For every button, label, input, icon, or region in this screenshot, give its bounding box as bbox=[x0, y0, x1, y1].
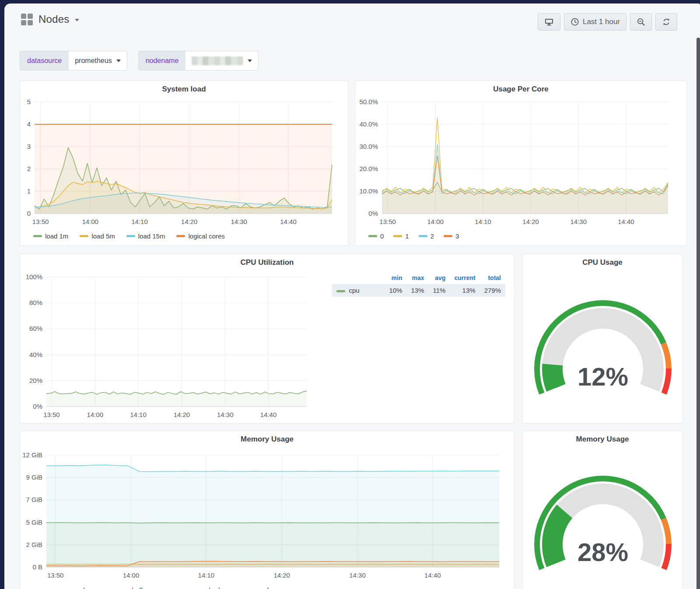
legend-item-memory-cached[interactable]: memory cached bbox=[161, 586, 220, 589]
legend-item-logical-cores[interactable]: logical cores bbox=[176, 232, 224, 240]
svg-text:14:30: 14:30 bbox=[231, 218, 247, 225]
series-swatch bbox=[176, 235, 185, 237]
svg-text:40%: 40% bbox=[29, 351, 42, 358]
gauge-value-text: 12% bbox=[578, 362, 628, 391]
variable-nodename: nodename bbox=[138, 51, 259, 70]
legend-header-min[interactable]: min bbox=[385, 273, 406, 284]
panel-memory-usage-gauge: Memory Usage 28% bbox=[522, 431, 683, 589]
series-swatch bbox=[393, 235, 402, 237]
time-range-label: Last 1 hour bbox=[583, 18, 620, 26]
svg-text:14:40: 14:40 bbox=[280, 218, 297, 225]
svg-text:14:20: 14:20 bbox=[522, 218, 539, 225]
zoom-out-button[interactable] bbox=[630, 13, 652, 31]
svg-text:100%: 100% bbox=[26, 273, 42, 280]
system-load-legend: load 1m load 5m load 15m logical cores bbox=[33, 232, 225, 240]
cpu-avg-value: 11% bbox=[428, 284, 450, 297]
svg-text:7 GiB: 7 GiB bbox=[26, 496, 42, 503]
kiosk-mode-button[interactable] bbox=[538, 13, 560, 31]
legend-item-core-1[interactable]: 1 bbox=[393, 232, 409, 240]
svg-text:9 GiB: 9 GiB bbox=[26, 473, 42, 481]
svg-text:0 B: 0 B bbox=[32, 563, 42, 571]
legend-item-core-2[interactable]: 2 bbox=[419, 232, 434, 240]
cpu-usage-gauge: 12% bbox=[522, 254, 682, 423]
series-swatch bbox=[126, 235, 135, 237]
svg-text:14:30: 14:30 bbox=[349, 571, 366, 579]
svg-text:0%: 0% bbox=[368, 210, 378, 217]
svg-text:3: 3 bbox=[27, 143, 31, 150]
caret-down-icon bbox=[75, 19, 79, 21]
svg-text:2: 2 bbox=[27, 165, 31, 172]
series-swatch bbox=[336, 290, 345, 292]
refresh-button[interactable] bbox=[655, 13, 677, 31]
svg-text:1: 1 bbox=[27, 187, 31, 195]
memory-usage-chart[interactable]: 0 B2 GiB5 GiB7 GiB9 GiB12 GiB13:5014:001… bbox=[20, 431, 514, 584]
legend-header-avg[interactable]: avg bbox=[428, 273, 450, 284]
series-swatch bbox=[444, 235, 452, 237]
variable-datasource-select[interactable]: prometheus bbox=[69, 51, 127, 70]
variable-datasource-label: datasource bbox=[20, 51, 69, 70]
svg-text:14:30: 14:30 bbox=[570, 218, 587, 225]
caret-down-icon bbox=[248, 60, 252, 62]
panel-usage-per-core: Usage Per Core 0%10.0%20.0%30.0%40.0%50.… bbox=[355, 81, 687, 246]
svg-text:14:00: 14:00 bbox=[87, 411, 103, 418]
usage-per-core-chart[interactable]: 0%10.0%20.0%30.0%40.0%50.0%13:5014:0014:… bbox=[355, 81, 686, 230]
svg-text:14:30: 14:30 bbox=[217, 411, 234, 418]
legend-header-max[interactable]: max bbox=[406, 273, 428, 284]
dashboard-grid-icon bbox=[21, 14, 33, 25]
svg-text:0%: 0% bbox=[33, 403, 42, 410]
svg-text:60%: 60% bbox=[29, 325, 42, 332]
legend-header-total[interactable]: total bbox=[480, 273, 505, 284]
system-load-chart[interactable]: 01234513:5014:0014:1014:2014:3014:40 bbox=[20, 81, 348, 230]
svg-text:14:00: 14:00 bbox=[82, 218, 98, 225]
svg-text:5 GiB: 5 GiB bbox=[26, 519, 42, 526]
panel-memory-usage: Memory Usage 0 B2 GiB5 GiB7 GiB9 GiB12 G… bbox=[20, 431, 514, 589]
cpu-current-value: 13% bbox=[450, 284, 480, 297]
variable-nodename-select[interactable] bbox=[186, 51, 258, 70]
cpu-legend-stats-table: min max avg current total cpu 10% 13% 11… bbox=[332, 273, 505, 297]
legend-item-memory-free[interactable]: memory free bbox=[230, 586, 278, 589]
legend-item-memory-used[interactable]: memory used bbox=[33, 586, 85, 589]
svg-text:14:40: 14:40 bbox=[424, 571, 441, 579]
svg-text:14:10: 14:10 bbox=[131, 218, 148, 225]
svg-text:20%: 20% bbox=[29, 377, 42, 384]
svg-text:13:50: 13:50 bbox=[379, 218, 396, 225]
legend-item-load-1m[interactable]: load 1m bbox=[33, 232, 68, 240]
series-swatch bbox=[33, 235, 42, 237]
svg-text:2 GiB: 2 GiB bbox=[26, 541, 42, 548]
legend-table-row-cpu[interactable]: cpu 10% 13% 11% 13% 279% bbox=[332, 284, 505, 297]
panel-cpu-usage-gauge: CPU Usage 12% bbox=[522, 254, 683, 424]
grafana-dashboard: Nodes Last 1 hour bbox=[4, 4, 700, 589]
top-bar-buttons: Last 1 hour bbox=[538, 13, 677, 31]
svg-text:14:00: 14:00 bbox=[123, 571, 140, 579]
svg-text:14:20: 14:20 bbox=[174, 411, 190, 418]
legend-item-core-3[interactable]: 3 bbox=[444, 232, 459, 240]
refresh-circular-arrows-icon bbox=[662, 18, 671, 26]
variable-datasource: datasource prometheus bbox=[20, 51, 127, 70]
svg-text:10.0%: 10.0% bbox=[359, 187, 378, 195]
time-range-button[interactable]: Last 1 hour bbox=[564, 13, 626, 31]
legend-item-load-15m[interactable]: load 15m bbox=[126, 232, 165, 240]
svg-text:13:50: 13:50 bbox=[32, 218, 49, 225]
svg-text:4: 4 bbox=[27, 120, 31, 128]
svg-text:14:40: 14:40 bbox=[618, 218, 634, 225]
gauge-value-text: 28% bbox=[578, 538, 628, 566]
svg-text:14:40: 14:40 bbox=[260, 411, 277, 418]
usage-per-core-legend: 0 1 2 3 bbox=[368, 232, 459, 240]
legend-item-core-0[interactable]: 0 bbox=[368, 232, 384, 240]
top-bar: Nodes Last 1 hour bbox=[4, 4, 700, 40]
svg-text:12 GiB: 12 GiB bbox=[22, 451, 42, 459]
legend-item-memory-buffers[interactable]: memory buffers bbox=[94, 586, 152, 589]
caret-down-icon bbox=[116, 60, 121, 62]
vertical-scrollbar-thumb[interactable] bbox=[696, 38, 700, 589]
dashboard-title: Nodes bbox=[38, 13, 69, 25]
magnifier-minus-icon bbox=[637, 18, 645, 26]
memory-usage-gauge: 28% bbox=[522, 431, 682, 589]
legend-item-load-5m[interactable]: load 5m bbox=[80, 232, 115, 240]
svg-text:20.0%: 20.0% bbox=[359, 165, 378, 172]
svg-text:14:10: 14:10 bbox=[198, 571, 215, 579]
legend-header-current[interactable]: current bbox=[450, 273, 480, 284]
variable-datasource-value: prometheus bbox=[75, 57, 112, 65]
legend-table-header-row: min max avg current total bbox=[332, 273, 505, 284]
cpu-min-value: 10% bbox=[385, 284, 406, 297]
dashboard-title-dropdown[interactable]: Nodes bbox=[21, 13, 79, 25]
